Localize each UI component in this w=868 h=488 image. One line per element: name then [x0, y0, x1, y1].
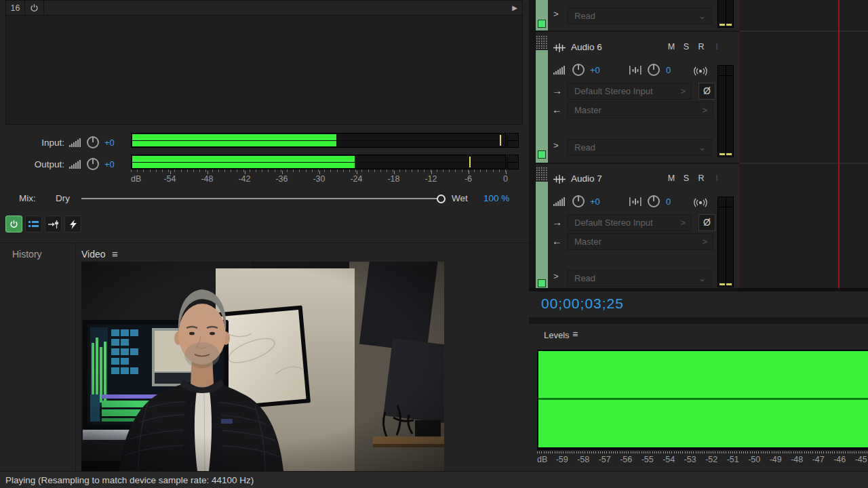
video-frame-image — [81, 262, 444, 471]
video-preview[interactable] — [81, 262, 444, 471]
tab-video[interactable]: Video — [81, 249, 106, 260]
no-input-monitor-button[interactable]: Ø — [698, 214, 715, 231]
level-bars-icon — [69, 160, 81, 169]
track-pan-knob[interactable] — [646, 194, 661, 209]
automation-mode-dropdown[interactable]: Read ⌄ — [567, 7, 712, 24]
arm-record-button[interactable]: R — [696, 42, 707, 52]
timecode-panel: 00;00;03;25 — [529, 291, 868, 317]
output-peak-indicator — [469, 157, 471, 167]
track-name[interactable]: Audio 7 — [571, 174, 602, 184]
solo-button[interactable]: S — [681, 174, 692, 183]
meter-peak-dash — [726, 24, 732, 26]
monitor-speaker-icon[interactable] — [692, 66, 709, 76]
automation-expand-icon[interactable]: > — [553, 140, 559, 150]
track-pan-value[interactable]: 0 — [666, 65, 671, 75]
slot-number: 16 — [6, 1, 25, 15]
slot-power-button[interactable] — [25, 1, 44, 15]
input-level-meter — [131, 133, 507, 148]
levels-meter-left-channel — [538, 351, 868, 398]
track-output-dropdown[interactable]: Master > — [567, 102, 713, 119]
list-icon — [28, 220, 39, 228]
mix-slider-track[interactable] — [81, 198, 441, 199]
input-gain-value[interactable]: +0 — [104, 138, 115, 148]
levels-panel-title[interactable]: Levels — [544, 330, 570, 340]
mix-dry-label: Dry — [56, 193, 70, 203]
track-output-dropdown[interactable]: Master > — [567, 233, 713, 250]
track-volume-knob[interactable] — [571, 194, 586, 209]
levels-tick-marks — [537, 451, 868, 453]
multitrack-panel: > Read ⌄ Audio 6 M S R I +0 — [529, 0, 868, 471]
output-gain-knob[interactable] — [85, 157, 100, 171]
automation-mode-dropdown[interactable]: Read ⌄ — [567, 139, 712, 156]
rack-power-button[interactable] — [5, 216, 22, 232]
monitor-input-button[interactable]: I — [711, 174, 722, 183]
input-peak-indicator — [500, 135, 501, 146]
input-arrow-icon: → — [552, 217, 562, 227]
levels-meter-right-channel — [538, 400, 868, 447]
automation-expand-icon[interactable]: > — [553, 271, 559, 281]
monitor-input-button[interactable]: I — [711, 42, 722, 52]
track-input-dropdown[interactable]: Default Stereo Input > — [567, 83, 692, 100]
process-effects-button[interactable] — [64, 216, 81, 232]
pan-icon — [629, 197, 642, 206]
track-pan-value[interactable]: 0 — [666, 197, 671, 207]
arm-record-button[interactable]: R — [696, 174, 707, 183]
presets-list-button[interactable] — [25, 216, 42, 232]
meter-db-scale: dB -54 -48 -42 -36 -30 -24 -18 -12 -6 0 — [131, 174, 528, 184]
track-level-meter — [717, 65, 734, 157]
power-icon — [9, 220, 18, 228]
automation-mode-dropdown[interactable]: Read ⌄ — [567, 270, 712, 287]
output-arrow-icon: ← — [552, 236, 562, 246]
track-color-strip[interactable] — [536, 182, 548, 288]
track-output-value: Master — [574, 237, 601, 247]
tab-history[interactable]: History — [12, 249, 42, 260]
track-header-audio6: Audio 6 M S R I +0 0 → Default Stereo In… — [529, 33, 739, 163]
effects-slot-row: 16 ▶ — [6, 1, 522, 16]
track-pan-knob[interactable] — [646, 62, 661, 77]
track-color-indicator — [538, 150, 546, 159]
timeline-area[interactable] — [739, 0, 868, 289]
lightning-icon — [69, 220, 77, 229]
panel-divider — [75, 243, 76, 472]
output-gain-value[interactable]: +0 — [104, 159, 115, 169]
mute-button[interactable]: M — [666, 174, 677, 183]
no-input-monitor-button[interactable]: Ø — [698, 83, 715, 100]
mute-button[interactable]: M — [666, 42, 677, 52]
master-levels-meter[interactable] — [537, 350, 868, 450]
bottom-left-panels: History Video ≡ — [0, 243, 530, 472]
video-panel-menu-icon[interactable]: ≡ — [112, 248, 118, 260]
track-drag-handle[interactable] — [536, 35, 548, 49]
timecode-display[interactable]: 00;00;03;25 — [541, 296, 624, 312]
mix-amount-value[interactable]: 100 % — [484, 193, 509, 203]
track-output-value: Master — [574, 105, 601, 115]
effects-rack-panel: 16 ▶ Input: +0 Output: — [0, 0, 530, 243]
output-label: Output: — [0, 159, 64, 169]
slot-play-icon[interactable]: ▶ — [512, 5, 517, 12]
output-clip-indicator — [507, 155, 519, 169]
solo-button[interactable]: S — [681, 42, 692, 52]
track-drag-handle[interactable] — [536, 167, 548, 180]
chevron-right-icon: > — [680, 83, 686, 99]
meter-peak-dash — [726, 283, 732, 285]
meter-peak-dash — [726, 153, 732, 155]
track-color-strip[interactable] — [536, 50, 548, 163]
level-bars-icon — [553, 197, 566, 206]
track-color-indicator — [538, 279, 546, 287]
mix-slider-handle[interactable] — [437, 195, 446, 203]
input-arrow-icon: → — [552, 85, 562, 96]
track-volume-knob[interactable] — [571, 62, 586, 77]
mix-label: Mix: — [19, 193, 36, 203]
chevron-right-icon: > — [702, 234, 707, 249]
track-name[interactable]: Audio 6 — [571, 42, 602, 52]
levels-panel-menu-icon[interactable]: ≡ — [572, 329, 578, 340]
input-gain-knob[interactable] — [85, 135, 100, 150]
track-input-dropdown[interactable]: Default Stereo Input > — [567, 214, 692, 231]
output-level-meter — [131, 155, 507, 169]
route-to-fader-button[interactable] — [45, 216, 62, 232]
monitor-speaker-icon[interactable] — [692, 198, 709, 207]
playhead[interactable] — [838, 0, 840, 289]
automation-expand-icon[interactable]: > — [553, 9, 559, 19]
track-volume-value[interactable]: +0 — [590, 197, 600, 207]
track-volume-value[interactable]: +0 — [590, 65, 600, 75]
automation-mode-value: Read — [574, 142, 595, 152]
